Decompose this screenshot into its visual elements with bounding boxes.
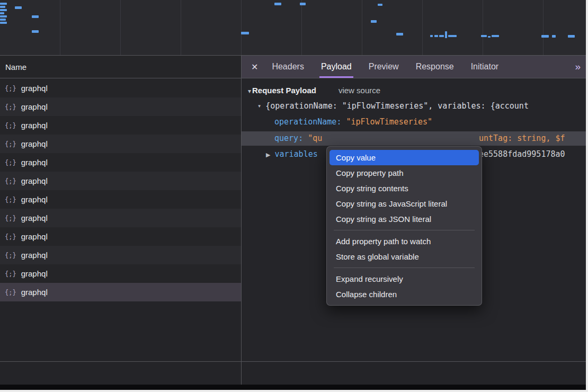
request-list: {;}graphql{;}graphql{;}graphql{;}graphql… [0, 79, 241, 301]
request-row[interactable]: {;}graphql [0, 246, 241, 264]
json-braces-icon: {;} [5, 289, 16, 296]
property-key: operationName: [274, 117, 341, 127]
tab-initiator[interactable]: Initiator [471, 56, 498, 78]
property-value-head: "qu [308, 133, 322, 143]
overview-bar [481, 35, 487, 37]
tab-headers[interactable]: Headers [272, 56, 304, 78]
request-row[interactable]: {;}graphql [0, 135, 241, 153]
tab-preview[interactable]: Preview [369, 56, 399, 78]
json-braces-icon: {;} [5, 85, 16, 92]
request-row[interactable]: {;}graphql [0, 79, 241, 97]
menu-item[interactable]: Expand recursively [329, 271, 479, 287]
window-bottom-edge [0, 385, 586, 390]
request-name: graphql [21, 195, 48, 204]
menu-item[interactable]: Add property path to watch [329, 234, 479, 249]
overview-bar [0, 6, 5, 8]
request-payload-title: Request Payload [252, 86, 316, 95]
more-tabs-icon[interactable]: » [575, 61, 580, 73]
window-right-edge [586, 0, 588, 392]
json-braces-icon: {;} [5, 270, 16, 278]
request-name: graphql [21, 251, 48, 260]
context-menu: Copy valueCopy property pathCopy string … [326, 146, 482, 306]
request-row[interactable]: {;}graphql [0, 153, 241, 172]
name-column-header[interactable]: Name [0, 56, 241, 78]
json-braces-icon: {;} [5, 196, 16, 203]
network-overview[interactable] [0, 0, 586, 56]
property-key: query: [274, 133, 303, 143]
overview-bar [300, 3, 306, 5]
overview-bar [0, 22, 7, 24]
expand-triangle-icon[interactable]: ▶ [266, 152, 270, 158]
overview-bar [0, 15, 7, 17]
menu-separator [334, 268, 475, 268]
overview-bar [488, 36, 491, 38]
overview-bar [439, 35, 444, 37]
menu-item[interactable]: Copy string as JavaScript literal [329, 196, 479, 211]
view-source-link[interactable]: view source [338, 86, 380, 95]
overview-bar [32, 15, 39, 18]
collapse-triangle-icon[interactable]: ▾ [257, 102, 261, 110]
request-name: graphql [21, 158, 48, 167]
overview-bar [434, 35, 438, 37]
devtools-window: Name {;}graphql{;}graphql{;}graphql{;}gr… [0, 0, 588, 392]
json-braces-icon: {;} [5, 177, 16, 185]
json-braces-icon: {;} [5, 103, 16, 111]
overview-bar [378, 4, 382, 6]
request-name: graphql [21, 213, 48, 222]
request-name: graphql [21, 102, 48, 111]
request-row[interactable]: {;}graphql [0, 190, 241, 209]
json-braces-icon: {;} [5, 252, 16, 259]
json-braces-icon: {;} [5, 159, 16, 166]
property-value: "ipFlowTimeseries" [346, 117, 432, 127]
request-row[interactable]: {;}graphql [0, 283, 241, 301]
overview-bar [445, 31, 447, 38]
payload-root-preview: {operationName: "ipFlowTimeseries", vari… [265, 101, 529, 111]
overview-bar [0, 9, 7, 11]
request-name: graphql [21, 84, 48, 93]
json-braces-icon: {;} [5, 122, 16, 129]
overview-bar [396, 33, 403, 35]
tab-payload[interactable]: Payload [321, 56, 352, 78]
payload-root-node[interactable]: ▾ {operationName: "ipFlowTimeseries", va… [257, 101, 586, 111]
overview-bar [0, 19, 6, 21]
window-bottom-border [0, 390, 588, 392]
request-row[interactable]: {;}graphql [0, 97, 241, 116]
menu-item[interactable]: Copy value [329, 150, 479, 165]
request-name: graphql [21, 288, 48, 297]
menu-item[interactable]: Collapse children [329, 287, 479, 302]
name-column-label: Name [5, 63, 26, 72]
overview-bar [0, 12, 4, 14]
close-icon[interactable]: ✕ [251, 62, 258, 72]
overview-bar [448, 35, 457, 37]
request-row[interactable]: {;}graphql [0, 209, 241, 227]
overview-bar [274, 3, 281, 5]
overview-bar [541, 35, 549, 38]
property-preview-tail: ee5588fdad995178a0 [479, 147, 565, 162]
payload-row-operationname[interactable]: operationName: "ipFlowTimeseries" [242, 115, 586, 128]
menu-separator [334, 230, 475, 230]
payload-row-query[interactable]: query: "qu untTag: string, $f [242, 131, 586, 146]
menu-item[interactable]: Store as global variable [329, 249, 479, 264]
menu-item[interactable]: Copy string as JSON literal [329, 211, 479, 227]
json-braces-icon: {;} [5, 140, 16, 148]
tab-strip-items: HeadersPayloadPreviewResponseInitiator [263, 56, 507, 78]
overview-bar [371, 20, 377, 23]
request-row[interactable]: {;}graphql [0, 264, 241, 283]
tab-response[interactable]: Response [416, 56, 454, 78]
collapse-triangle-icon[interactable]: ▾ [248, 87, 251, 95]
overview-bar [0, 3, 7, 5]
overview-bar [430, 35, 433, 37]
request-row[interactable]: {;}graphql [0, 116, 241, 135]
request-row[interactable]: {;}graphql [0, 227, 241, 246]
request-row[interactable]: {;}graphql [0, 172, 241, 190]
property-key: variables [274, 149, 317, 159]
request-name: graphql [21, 121, 48, 130]
bottom-divider [0, 361, 586, 362]
menu-item[interactable]: Copy property path [329, 165, 479, 181]
request-name: graphql [21, 139, 48, 148]
menu-item[interactable]: Copy string contents [329, 181, 479, 196]
request-name: graphql [21, 176, 48, 185]
property-value-tail: untTag: string, $f [479, 131, 565, 146]
overview-bar [552, 35, 556, 38]
payload-header: ▾ Request Payload view source [242, 79, 586, 95]
